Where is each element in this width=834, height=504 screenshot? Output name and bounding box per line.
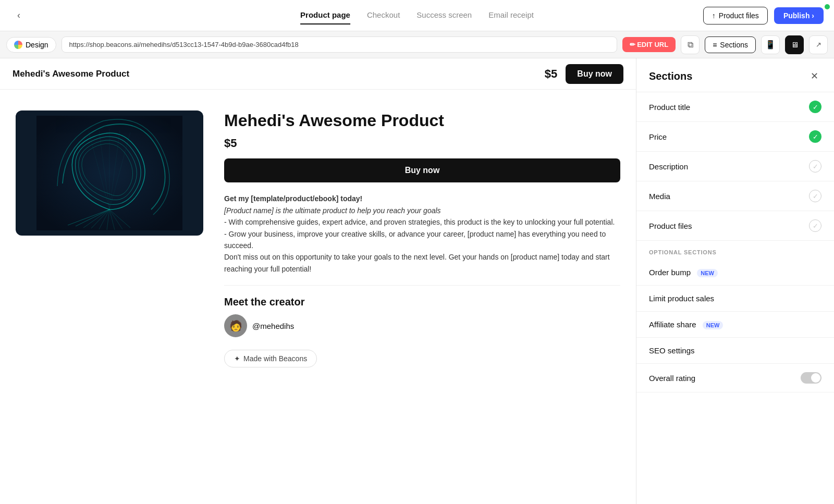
section-label-product-title: Product title bbox=[649, 103, 690, 112]
section-label-media: Media bbox=[649, 192, 670, 201]
product-description: Get my [template/product/ebook] today! [… bbox=[224, 193, 620, 275]
design-button[interactable]: Design bbox=[6, 37, 56, 53]
beacons-icon: ✦ bbox=[234, 354, 240, 363]
mobile-view-button[interactable]: 📱 bbox=[761, 35, 780, 54]
sections-panel: Sections ✕ Product title ✓ Price ✓ Descr… bbox=[636, 58, 834, 504]
mobile-icon: 📱 bbox=[765, 40, 776, 50]
main-area: Mehedi's Awesome Product $5 Buy now bbox=[0, 58, 834, 504]
beacons-logo bbox=[14, 41, 22, 49]
tab-email-receipt[interactable]: Email receipt bbox=[488, 6, 534, 24]
external-link-button[interactable]: ↗ bbox=[809, 35, 828, 54]
product-header-right: $5 Buy now bbox=[545, 64, 623, 84]
check-icon-product-title: ✓ bbox=[809, 101, 821, 113]
publish-button[interactable]: Publish › bbox=[774, 7, 824, 24]
desktop-view-button[interactable]: 🖥 bbox=[785, 35, 804, 54]
edit-url-button[interactable]: ✏ EDIT URL bbox=[622, 37, 676, 52]
copy-icon: ⧉ bbox=[688, 40, 693, 50]
copy-button[interactable]: ⧉ bbox=[681, 35, 700, 54]
product-header-title: Mehedi's Awesome Product bbox=[13, 69, 129, 79]
section-item-price[interactable]: Price ✓ bbox=[636, 122, 834, 152]
check-icon-price: ✓ bbox=[809, 130, 821, 143]
nav-tabs: Product page Checkout Success screen Ema… bbox=[300, 6, 534, 24]
check-icon-product-files: ✓ bbox=[809, 219, 821, 232]
creator-row: 🧑 @mehedihs bbox=[224, 314, 620, 337]
section-label-overall-rating: Overall rating bbox=[649, 374, 695, 383]
section-label-affiliate-share: Affiliate share NEW bbox=[649, 320, 723, 329]
top-nav: ‹ Product page Checkout Success screen E… bbox=[0, 0, 834, 31]
section-item-description[interactable]: Description ✓ bbox=[636, 152, 834, 181]
optional-sections-header: OPTIONAL SECTIONS bbox=[636, 241, 834, 260]
product-files-button[interactable]: ↑ Product files bbox=[703, 7, 768, 24]
check-icon-media: ✓ bbox=[809, 190, 821, 202]
divider bbox=[224, 285, 620, 286]
avatar: 🧑 bbox=[224, 314, 247, 337]
section-item-affiliate-share[interactable]: Affiliate share NEW bbox=[636, 312, 834, 338]
tab-success-screen[interactable]: Success screen bbox=[416, 6, 472, 24]
product-info: Mehedi's Awesome Product $5 Buy now Get … bbox=[224, 110, 620, 367]
tab-product-page[interactable]: Product page bbox=[300, 6, 350, 24]
product-content: Mehedi's Awesome Product $5 Buy now Get … bbox=[0, 90, 636, 504]
close-panel-button[interactable]: ✕ bbox=[807, 69, 821, 83]
made-with-beacons[interactable]: ✦ Made with Beacons bbox=[224, 350, 317, 367]
url-bar-row: Design ✏ EDIT URL ⧉ ≡ Sections 📱 🖥 ↗ bbox=[0, 31, 834, 58]
section-label-price: Price bbox=[649, 132, 667, 141]
section-label-order-bump: Order bump NEW bbox=[649, 268, 718, 277]
sections-icon: ≡ bbox=[713, 41, 717, 49]
section-item-product-files[interactable]: Product files ✓ bbox=[636, 211, 834, 241]
product-price: $5 bbox=[224, 137, 620, 150]
tab-checkout[interactable]: Checkout bbox=[367, 6, 400, 24]
desktop-icon: 🖥 bbox=[791, 40, 799, 49]
sections-button[interactable]: ≡ Sections bbox=[705, 36, 756, 53]
section-label-seo-settings: SEO settings bbox=[649, 346, 695, 355]
product-artwork bbox=[36, 116, 182, 230]
section-item-product-title[interactable]: Product title ✓ bbox=[636, 92, 834, 122]
product-layout: Mehedi's Awesome Product $5 Buy now Get … bbox=[16, 110, 620, 367]
preview-area: Mehedi's Awesome Product $5 Buy now bbox=[0, 58, 636, 504]
section-item-overall-rating[interactable]: Overall rating bbox=[636, 364, 834, 392]
check-icon-description: ✓ bbox=[809, 160, 821, 173]
section-item-media[interactable]: Media ✓ bbox=[636, 181, 834, 211]
section-item-limit-product-sales[interactable]: Limit product sales bbox=[636, 286, 834, 312]
section-item-order-bump[interactable]: Order bump NEW bbox=[636, 260, 834, 286]
external-link-icon: ↗ bbox=[816, 41, 821, 48]
back-button[interactable]: ‹ bbox=[10, 7, 27, 24]
url-input[interactable] bbox=[62, 36, 617, 53]
sidebar-header: Sections ✕ bbox=[636, 58, 834, 92]
online-indicator bbox=[825, 4, 830, 9]
creator-handle: @mehedihs bbox=[252, 322, 294, 330]
upload-icon: ↑ bbox=[712, 11, 716, 20]
section-item-seo-settings[interactable]: SEO settings bbox=[636, 338, 834, 364]
nav-right: ↑ Product files Publish › bbox=[703, 7, 824, 24]
meet-creator-label: Meet the creator bbox=[224, 296, 620, 308]
product-header-buy-button[interactable]: Buy now bbox=[566, 64, 623, 84]
overall-rating-toggle[interactable] bbox=[801, 372, 821, 384]
product-header: Mehedi's Awesome Product $5 Buy now bbox=[0, 58, 636, 90]
new-badge-order-bump: NEW bbox=[697, 269, 718, 277]
section-label-product-files: Product files bbox=[649, 222, 692, 230]
new-badge-affiliate-share: NEW bbox=[703, 321, 723, 329]
section-label-limit-product-sales: Limit product sales bbox=[649, 294, 714, 303]
section-label-description: Description bbox=[649, 162, 688, 171]
buy-now-button[interactable]: Buy now bbox=[224, 158, 620, 182]
product-header-price: $5 bbox=[545, 67, 557, 81]
product-title: Mehedi's Awesome Product bbox=[224, 110, 620, 130]
sidebar-title: Sections bbox=[649, 70, 692, 82]
product-image bbox=[16, 110, 203, 236]
